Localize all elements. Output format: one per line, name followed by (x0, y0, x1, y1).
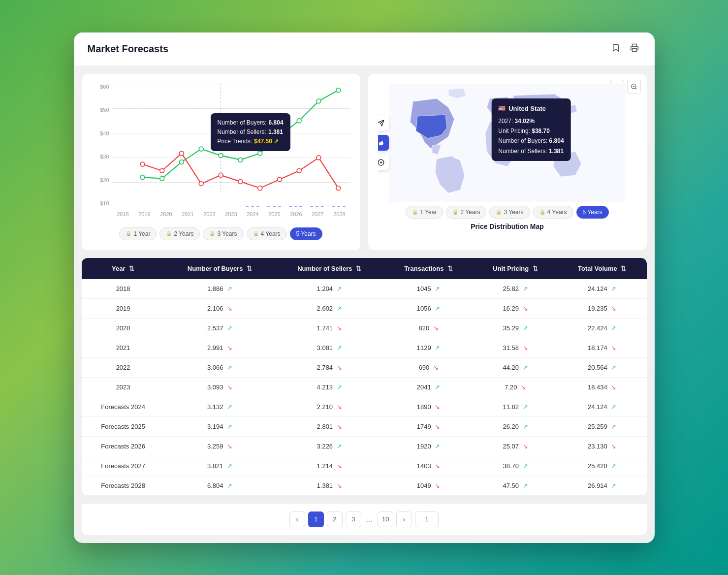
down-arrow-icon: ↘ (227, 443, 232, 450)
down-arrow-icon: ↘ (433, 364, 439, 371)
down-arrow-icon: ↘ (337, 462, 342, 470)
up-arrow-icon: ↗ (227, 324, 232, 332)
col-unit[interactable]: Unit Pricing ⇅ (473, 258, 558, 279)
page-title: Market Forecasts (88, 43, 169, 55)
col-volume[interactable]: Total Volume ⇅ (558, 258, 647, 279)
cell-volume: 18.174 ↘ (558, 338, 647, 357)
page-1-button[interactable]: 1 (308, 511, 324, 527)
pointer-tool[interactable] (378, 115, 389, 131)
col-transactions[interactable]: Transactions ⇅ (384, 258, 473, 279)
cell-year: 2019 (82, 298, 165, 318)
prev-page-button[interactable]: ‹ (289, 511, 305, 527)
x-label-2021: 2021 (177, 211, 199, 217)
cell-sellers: 1.381 ↘ (275, 476, 384, 495)
crosshair-tool[interactable] (378, 155, 389, 170)
up-arrow-icon: ↗ (611, 403, 616, 411)
y-label-10: $10 (100, 200, 109, 206)
left-filter-1year[interactable]: 🔒1 Year (119, 227, 157, 240)
y-label-20: $20 (100, 177, 109, 183)
up-arrow-icon: ↗ (227, 403, 232, 411)
header-icons (609, 41, 641, 57)
down-arrow-icon: ↘ (337, 403, 342, 411)
left-filter-4years[interactable]: 🔒4 Years (247, 227, 287, 240)
cell-volume: 22.424 ↗ (558, 318, 647, 338)
down-arrow-icon: ↘ (227, 383, 232, 391)
map-lock-2: 🔒 (452, 209, 458, 215)
map-lock-1: 🔒 (412, 209, 418, 215)
up-arrow-icon: ↗ (337, 443, 342, 450)
table-row: 2023 3.093 ↘ 4.213 ↗ 2041 ↗ 7.20 ↘ 18.43… (82, 377, 647, 397)
cell-buyers: 6.804 ↗ (165, 476, 275, 495)
cell-volume: 20.564 ↗ (558, 357, 647, 377)
cell-sellers: 1.741 ↘ (275, 318, 384, 338)
chart-inner: Number of Buyers: 6.804 Number of Seller… (112, 84, 350, 207)
col-sellers[interactable]: Number of Sellers ⇅ (275, 258, 384, 279)
charts-row: $60 $50 $40 $30 $20 $10 (74, 66, 655, 258)
col-year[interactable]: Year ⇅ (82, 258, 165, 279)
cell-buyers: 3.132 ↗ (165, 397, 275, 416)
map-tooltip-buyers: Number of Buyers: 6.804 (498, 136, 564, 146)
down-arrow-icon: ↘ (337, 423, 342, 430)
table-row: Forecasts 2026 3.259 ↘ 3.226 ↗ 1920 ↗ 25… (82, 436, 647, 456)
cell-volume: 25.420 ↗ (558, 456, 647, 476)
left-filter-5years[interactable]: 5 Years (290, 227, 322, 240)
down-arrow-icon: ↘ (337, 324, 342, 332)
map-filter-1year[interactable]: 🔒1 Year (406, 206, 443, 219)
hand-tool[interactable] (378, 135, 389, 151)
page-3-button[interactable]: 3 (346, 511, 361, 527)
cell-sellers: 4.213 ↗ (275, 377, 384, 397)
bookmark-button[interactable] (609, 41, 622, 57)
cell-volume: 19.235 ↘ (558, 298, 647, 318)
cell-unit: 47.50 ↗ (473, 476, 558, 495)
table-row: 2018 1.886 ↗ 1.204 ↗ 1045 ↗ 25.82 ↗ 24.1… (82, 279, 647, 299)
up-arrow-icon: ↗ (337, 285, 342, 292)
pagination: ‹ 1 2 3 ... 10 › (82, 504, 647, 535)
down-arrow-icon: ↘ (433, 324, 439, 332)
map-filter-3years[interactable]: 🔒3 Years (489, 206, 530, 219)
bar-chart-card: $60 $50 $40 $30 $20 $10 (82, 74, 360, 250)
cell-transactions: 2041 ↗ (384, 377, 473, 397)
cell-sellers: 2.784 ↘ (275, 357, 384, 377)
up-arrow-icon: ↗ (435, 443, 440, 450)
table-row: 2021 2.991 ↘ 3.081 ↗ 1129 ↗ 31.58 ↘ 18.1… (82, 338, 647, 357)
left-filter-3years[interactable]: 🔒3 Years (203, 227, 243, 240)
next-page-button[interactable]: › (396, 511, 412, 527)
cell-unit: 44.20 ↗ (473, 357, 558, 377)
down-arrow-icon: ↘ (611, 383, 616, 391)
cell-buyers: 2.106 ↘ (165, 298, 275, 318)
up-arrow-icon: ↗ (435, 285, 440, 292)
print-button[interactable] (628, 41, 641, 57)
cell-year: Forecasts 2024 (82, 397, 165, 416)
cell-transactions: 1403 ↘ (384, 456, 473, 476)
cell-sellers: 2.602 ↗ (275, 298, 384, 318)
cell-unit: 7.20 ↘ (473, 377, 558, 397)
cell-transactions: 820 ↘ (384, 318, 473, 338)
table-row: 2019 2.106 ↘ 2.602 ↗ 1056 ↗ 16.29 ↘ 19.2… (82, 298, 647, 318)
down-arrow-icon: ↘ (523, 443, 528, 450)
down-arrow-icon: ↘ (337, 482, 342, 489)
down-arrow-icon: ↘ (227, 305, 232, 312)
main-container: Market Forecasts $60 $50 $40 $30 $20 $ (74, 32, 655, 543)
left-filter-2years[interactable]: 🔒2 Years (159, 227, 200, 240)
up-arrow-icon: ↗ (227, 285, 232, 292)
cell-transactions: 1049 ↘ (384, 476, 473, 495)
map-filter-5years[interactable]: 5 Years (576, 206, 609, 219)
map-filter-2years[interactable]: 🔒2 Years (446, 206, 486, 219)
page-10-button[interactable]: 10 (378, 511, 393, 527)
col-buyers[interactable]: Number of Buyers ⇅ (165, 258, 275, 279)
map-card: 🇺🇸 United State 2027: 34.02% Unit Pricin… (368, 74, 647, 250)
page-2-button[interactable]: 2 (327, 511, 343, 527)
cell-unit: 25.07 ↘ (473, 436, 558, 456)
cell-volume: 24.124 ↗ (558, 397, 647, 416)
map-filter-4years[interactable]: 🔒4 Years (533, 206, 573, 219)
cell-unit: 35.29 ↗ (473, 318, 558, 338)
down-arrow-icon: ↘ (523, 344, 528, 351)
page-jump-input[interactable] (415, 511, 439, 527)
cell-buyers: 3.194 ↗ (165, 416, 275, 436)
left-chart-time-filters: 🔒1 Year 🔒2 Years 🔒3 Years 🔒4 Years 5 Yea… (92, 227, 350, 240)
cell-year: 2018 (82, 279, 165, 299)
cell-unit: 25.82 ↗ (473, 279, 558, 299)
map-tooltip-unit: Unit Pricing: $38.70 (498, 126, 564, 136)
cell-transactions: 1920 ↗ (384, 436, 473, 456)
map-tooltip-sellers: Number of Sellers: 1.381 (498, 146, 564, 156)
